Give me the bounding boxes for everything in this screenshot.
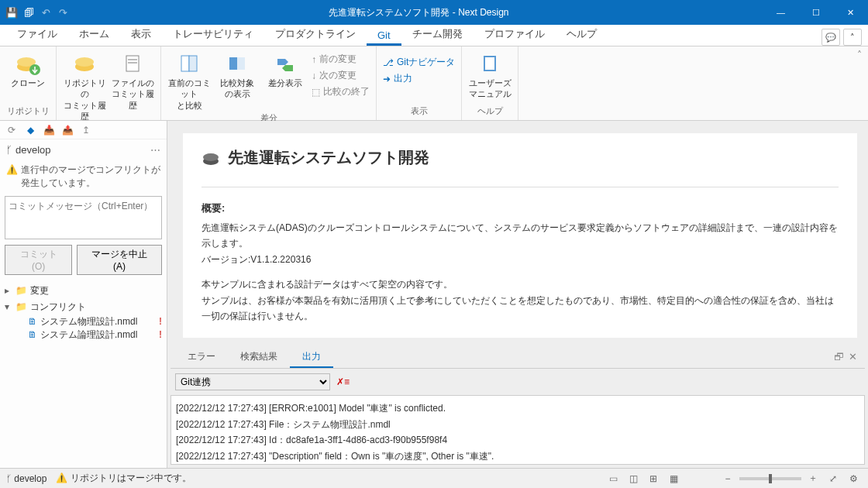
conflict-marker-icon: ! <box>159 316 167 327</box>
conflict-file-1[interactable]: 🗎システム物理設計.nmdl! <box>0 315 167 328</box>
stash-icon[interactable]: 📥 <box>42 123 56 137</box>
fit-icon[interactable]: ⤢ <box>825 472 842 486</box>
commit-message-input[interactable] <box>5 196 162 239</box>
svg-point-15 <box>203 153 219 161</box>
branch-nav-icon[interactable]: ◆ <box>23 123 37 137</box>
compare-prev-button[interactable]: 直前のコミット と比較 <box>167 48 211 111</box>
group-label-help: ヘルプ <box>468 104 512 120</box>
pull-icon[interactable]: 📤 <box>60 123 74 137</box>
branch-icon: ᚶ <box>6 473 14 484</box>
log-line: [2022/12/12 17:27:43] "Description" fiel… <box>176 448 859 464</box>
repo-history-button[interactable]: リポジトリの コミット履歴 <box>63 48 106 122</box>
prev-change-button[interactable]: ↑前の変更 <box>312 53 370 66</box>
zoom-slider[interactable] <box>739 477 801 480</box>
status-branch[interactable]: ᚶ develop <box>6 473 46 484</box>
conflict-file-2[interactable]: 🗎システム論理設計.nmdl! <box>0 328 167 342</box>
close-button[interactable]: ✕ <box>833 0 868 25</box>
push-icon[interactable]: ↥ <box>79 123 93 137</box>
tab-output[interactable]: 出力 <box>290 345 333 368</box>
doc-paragraph: サンプルは、お客様が本製品を有効に活用頂く上で参考にしていただくことを想定したも… <box>202 293 839 325</box>
abort-merge-button[interactable]: マージを中止(A) <box>77 245 162 275</box>
clear-output-icon[interactable]: ✗≡ <box>336 376 350 387</box>
doc-paragraph: バージョン:V1.1.2.220316 <box>202 252 839 267</box>
output-log[interactable]: [2022/12/12 17:27:43] [ERROR:e1001] Mode… <box>170 395 865 465</box>
status-message: ⚠️ リポジトリはマージ中です。 <box>56 472 191 485</box>
save-icon[interactable]: 💾 <box>5 5 19 19</box>
output-source-select[interactable]: Git連携 <box>175 373 330 390</box>
warning-icon: ⚠️ <box>56 473 70 483</box>
new-icon[interactable]: 🗐 <box>22 5 36 19</box>
settings-icon[interactable]: ⚙ <box>845 472 862 486</box>
up-arrow-icon: ↑ <box>312 54 316 65</box>
clone-button[interactable]: クローン <box>6 48 50 104</box>
zoom-out-icon[interactable]: − <box>719 472 736 486</box>
commit-button[interactable]: コミット(O) <box>5 245 72 275</box>
down-arrow-icon: ↓ <box>312 70 316 81</box>
tab-productline[interactable]: プロダクトライン <box>264 22 367 46</box>
view-mode-4-icon[interactable]: ▦ <box>665 472 682 486</box>
status-bar: ᚶ develop ⚠️ リポジトリはマージ中です。 ▭ ◫ ⊞ ▦ − ＋ ⤢… <box>0 468 868 488</box>
ribbon: クローン リポジトリ リポジトリの コミット履歴 ファイルの コミット履歴 コミ… <box>0 46 868 121</box>
quick-access-toolbar: 💾 🗐 ↶ ↷ <box>0 5 74 19</box>
group-label-display: 表示 <box>383 104 455 120</box>
view-mode-3-icon[interactable]: ⊞ <box>645 472 662 486</box>
maximize-button[interactable]: ☐ <box>798 0 833 25</box>
restore-panel-icon[interactable]: 🗗 <box>834 351 844 363</box>
log-line: [2022/12/12 17:27:43] [ERROR:e1001] Mode… <box>176 400 859 416</box>
git-sidebar: ⟳ ◆ 📥 📤 ↥ ᚶ develop ⋯ ⚠️ 進行中のマージでコンフリクトが… <box>0 121 167 468</box>
branch-menu-icon[interactable]: ⋯ <box>150 144 160 156</box>
doc-paragraph: 先進運転システム(ADAS)のクルーズコントロールシステムについて、システムのサ… <box>202 220 839 252</box>
document-view: 先進運転システムソフト開発 概要: 先進運転システム(ADAS)のクルーズコント… <box>183 133 857 338</box>
changes-tree: ▸📁変更 ▾📁コンフリクト 🗎システム物理設計.nmdl! 🗎システム論理設計.… <box>0 280 167 345</box>
svg-rect-8 <box>181 56 189 71</box>
balloon-icon[interactable]: 💬 <box>822 29 840 46</box>
tree-changes[interactable]: ▸📁変更 <box>0 283 167 299</box>
view-mode-2-icon[interactable]: ◫ <box>625 472 642 486</box>
tab-help[interactable]: ヘルプ <box>556 22 608 46</box>
tab-team[interactable]: チーム開発 <box>401 22 474 46</box>
view-mode-1-icon[interactable]: ▭ <box>604 472 622 486</box>
tab-view[interactable]: 表示 <box>120 22 162 46</box>
next-change-button[interactable]: ↓次の変更 <box>312 69 370 82</box>
refresh-icon[interactable]: ⟳ <box>5 123 19 137</box>
folder-icon: 📁 <box>16 285 27 296</box>
compare-target-button[interactable]: 比較対象 の表示 <box>215 48 259 111</box>
minimize-button[interactable]: — <box>763 0 798 25</box>
undo-icon[interactable]: ↶ <box>39 5 53 19</box>
ribbon-tabs: ファイル ホーム 表示 トレーサビリティ プロダクトライン Git チーム開発 … <box>0 25 868 46</box>
end-compare-button[interactable]: ⬚比較の終了 <box>312 85 370 98</box>
ribbon-expand-icon[interactable]: ˄ <box>851 46 868 120</box>
window-title: 先進運転システムソフト開発 - Next Design <box>74 6 763 19</box>
branch-name: develop <box>16 144 51 156</box>
manual-button[interactable]: ユーザーズ マニュアル <box>468 48 512 104</box>
svg-rect-6 <box>128 59 137 60</box>
document-title: 先進運転システムソフト開発 <box>202 147 839 168</box>
folder-icon: 📁 <box>16 301 27 312</box>
title-bar: 💾 🗐 ↶ ↷ 先進運転システムソフト開発 - Next Design — ☐ … <box>0 0 868 25</box>
tab-traceability[interactable]: トレーサビリティ <box>162 22 264 46</box>
svg-rect-7 <box>128 62 137 64</box>
tab-file[interactable]: ファイル <box>6 22 68 46</box>
collapse-ribbon-icon[interactable]: ˄ <box>843 29 862 46</box>
git-navigator-button[interactable]: ⎇Gitナビゲータ <box>383 56 455 69</box>
tab-errors[interactable]: エラー <box>175 345 228 368</box>
tab-git[interactable]: Git <box>367 25 401 46</box>
group-label-repo: リポジトリ <box>6 104 50 120</box>
log-line: [2022/12/12 17:27:43] File：システム物理設計.nmdl <box>176 417 859 432</box>
tree-conflict[interactable]: ▾📁コンフリクト <box>0 299 167 315</box>
diff-show-button[interactable]: 差分表示 <box>264 48 307 111</box>
tab-profile[interactable]: プロファイル <box>474 22 556 46</box>
output-icon: ➜ <box>383 74 391 84</box>
output-button[interactable]: ➜出力 <box>383 72 455 85</box>
file-history-button[interactable]: ファイルの コミット履歴 <box>111 48 154 122</box>
current-branch[interactable]: ᚶ develop ⋯ <box>0 139 167 160</box>
tab-search[interactable]: 検索結果 <box>228 345 290 368</box>
zoom-in-icon[interactable]: ＋ <box>804 472 822 486</box>
tab-home[interactable]: ホーム <box>68 22 120 46</box>
file-icon: 🗎 <box>28 329 37 340</box>
close-panel-icon[interactable]: ✕ <box>849 351 857 363</box>
doc-paragraph: 本サンプルに含まれる設計データはすべて架空の内容です。 <box>202 277 839 292</box>
redo-icon[interactable]: ↷ <box>56 5 70 19</box>
conflict-marker-icon: ! <box>159 329 167 340</box>
svg-rect-10 <box>229 57 237 70</box>
